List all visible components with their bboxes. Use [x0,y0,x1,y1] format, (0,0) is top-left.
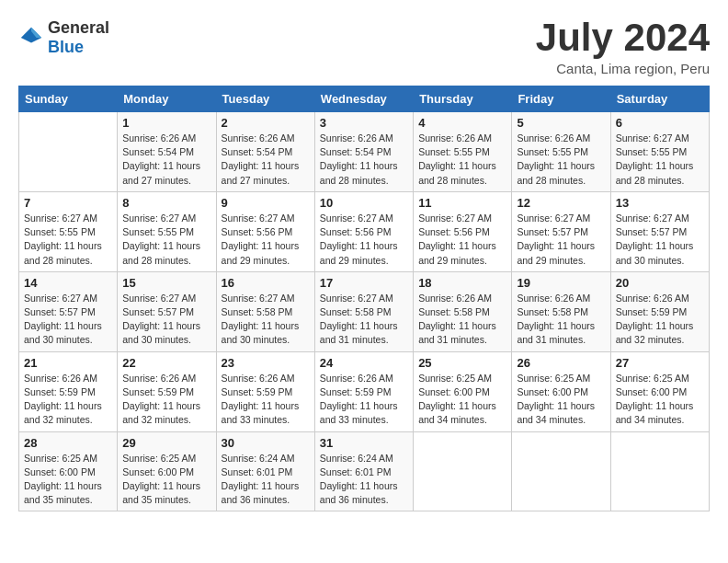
calendar-cell [19,112,118,192]
weekday-header: Tuesday [216,86,314,112]
day-info: Sunrise: 6:26 AMSunset: 5:54 PMDaylight:… [122,132,210,188]
day-number: 11 [418,196,506,210]
calendar-cell: 5Sunrise: 6:26 AMSunset: 5:55 PMDaylight… [512,112,610,192]
day-number: 23 [222,356,310,370]
day-number: 20 [616,276,704,290]
calendar-cell: 24Sunrise: 6:26 AMSunset: 5:59 PMDayligh… [314,351,413,431]
day-number: 10 [320,196,408,210]
logo-text: General Blue [48,18,109,57]
weekday-header: Friday [512,86,610,112]
calendar-cell: 27Sunrise: 6:25 AMSunset: 6:00 PMDayligh… [610,351,709,431]
day-number: 22 [122,356,210,370]
calendar-cell: 25Sunrise: 6:25 AMSunset: 6:00 PMDayligh… [414,351,512,431]
location: Canta, Lima region, Peru [536,61,710,76]
day-info: Sunrise: 6:27 AMSunset: 5:56 PMDaylight:… [222,212,310,268]
day-number: 3 [320,116,408,130]
calendar-week-row: 1Sunrise: 6:26 AMSunset: 5:54 PMDaylight… [19,112,710,192]
day-info: Sunrise: 6:26 AMSunset: 5:58 PMDaylight:… [517,292,605,348]
day-info: Sunrise: 6:27 AMSunset: 5:58 PMDaylight:… [320,292,408,348]
weekday-header: Thursday [414,86,512,112]
calendar-cell: 10Sunrise: 6:27 AMSunset: 5:56 PMDayligh… [314,191,413,271]
calendar-cell: 8Sunrise: 6:27 AMSunset: 5:55 PMDaylight… [118,191,216,271]
day-number: 6 [616,116,704,130]
day-info: Sunrise: 6:27 AMSunset: 5:56 PMDaylight:… [320,212,408,268]
logo-icon [18,25,44,51]
day-info: Sunrise: 6:25 AMSunset: 6:00 PMDaylight:… [24,452,112,508]
day-number: 14 [24,276,112,290]
day-info: Sunrise: 6:27 AMSunset: 5:57 PMDaylight:… [517,212,605,268]
calendar-cell: 19Sunrise: 6:26 AMSunset: 5:58 PMDayligh… [512,271,610,351]
day-info: Sunrise: 6:26 AMSunset: 5:59 PMDaylight:… [122,372,210,428]
logo-general: General [48,18,109,37]
day-info: Sunrise: 6:27 AMSunset: 5:56 PMDaylight:… [418,212,506,268]
weekday-header-row: SundayMondayTuesdayWednesdayThursdayFrid… [19,86,710,112]
calendar-cell: 20Sunrise: 6:26 AMSunset: 5:59 PMDayligh… [610,271,709,351]
calendar-week-row: 21Sunrise: 6:26 AMSunset: 5:59 PMDayligh… [19,351,710,431]
calendar-cell: 1Sunrise: 6:26 AMSunset: 5:54 PMDaylight… [118,112,216,192]
day-number: 2 [222,116,310,130]
title-section: July 2024 Canta, Lima region, Peru [536,18,710,76]
calendar-cell: 14Sunrise: 6:27 AMSunset: 5:57 PMDayligh… [19,271,118,351]
calendar-table: SundayMondayTuesdayWednesdayThursdayFrid… [18,86,710,511]
day-number: 26 [517,356,605,370]
day-info: Sunrise: 6:25 AMSunset: 6:00 PMDaylight:… [616,372,704,428]
calendar-cell: 31Sunrise: 6:24 AMSunset: 6:01 PMDayligh… [314,431,413,511]
calendar-cell: 28Sunrise: 6:25 AMSunset: 6:00 PMDayligh… [19,431,118,511]
calendar-cell: 4Sunrise: 6:26 AMSunset: 5:55 PMDaylight… [414,112,512,192]
day-info: Sunrise: 6:25 AMSunset: 6:00 PMDaylight:… [517,372,605,428]
calendar-cell: 16Sunrise: 6:27 AMSunset: 5:58 PMDayligh… [216,271,314,351]
day-info: Sunrise: 6:26 AMSunset: 5:55 PMDaylight:… [418,132,506,188]
day-number: 31 [320,436,408,450]
calendar-cell: 13Sunrise: 6:27 AMSunset: 5:57 PMDayligh… [610,191,709,271]
calendar-cell: 11Sunrise: 6:27 AMSunset: 5:56 PMDayligh… [414,191,512,271]
month-title: July 2024 [536,18,710,57]
calendar-cell: 9Sunrise: 6:27 AMSunset: 5:56 PMDaylight… [216,191,314,271]
day-info: Sunrise: 6:27 AMSunset: 5:55 PMDaylight:… [24,212,112,268]
calendar-week-row: 14Sunrise: 6:27 AMSunset: 5:57 PMDayligh… [19,271,710,351]
day-number: 16 [222,276,310,290]
day-number: 12 [517,196,605,210]
calendar-cell: 23Sunrise: 6:26 AMSunset: 5:59 PMDayligh… [216,351,314,431]
day-number: 13 [616,196,704,210]
day-info: Sunrise: 6:27 AMSunset: 5:57 PMDaylight:… [24,292,112,348]
calendar-cell: 22Sunrise: 6:26 AMSunset: 5:59 PMDayligh… [118,351,216,431]
day-info: Sunrise: 6:24 AMSunset: 6:01 PMDaylight:… [320,452,408,508]
day-number: 17 [320,276,408,290]
day-info: Sunrise: 6:26 AMSunset: 5:54 PMDaylight:… [320,132,408,188]
day-info: Sunrise: 6:26 AMSunset: 5:59 PMDaylight:… [222,372,310,428]
calendar-cell: 18Sunrise: 6:26 AMSunset: 5:58 PMDayligh… [414,271,512,351]
day-number: 25 [418,356,506,370]
day-number: 5 [517,116,605,130]
logo: General Blue [18,18,109,57]
day-number: 24 [320,356,408,370]
day-number: 19 [517,276,605,290]
day-info: Sunrise: 6:24 AMSunset: 6:01 PMDaylight:… [222,452,310,508]
calendar-cell: 29Sunrise: 6:25 AMSunset: 6:00 PMDayligh… [118,431,216,511]
calendar-cell: 6Sunrise: 6:27 AMSunset: 5:55 PMDaylight… [610,112,709,192]
day-info: Sunrise: 6:26 AMSunset: 5:59 PMDaylight:… [320,372,408,428]
day-info: Sunrise: 6:26 AMSunset: 5:59 PMDaylight:… [616,292,704,348]
weekday-header: Saturday [610,86,709,112]
calendar-cell [512,431,610,511]
day-number: 29 [122,436,210,450]
weekday-header: Monday [118,86,216,112]
calendar-cell: 12Sunrise: 6:27 AMSunset: 5:57 PMDayligh… [512,191,610,271]
day-number: 4 [418,116,506,130]
calendar-cell: 17Sunrise: 6:27 AMSunset: 5:58 PMDayligh… [314,271,413,351]
day-info: Sunrise: 6:27 AMSunset: 5:57 PMDaylight:… [616,212,704,268]
day-number: 27 [616,356,704,370]
calendar-week-row: 28Sunrise: 6:25 AMSunset: 6:00 PMDayligh… [19,431,710,511]
calendar-cell: 2Sunrise: 6:26 AMSunset: 5:54 PMDaylight… [216,112,314,192]
day-info: Sunrise: 6:25 AMSunset: 6:00 PMDaylight:… [122,452,210,508]
day-number: 21 [24,356,112,370]
page-header: General Blue July 2024 Canta, Lima regio… [18,18,710,76]
day-info: Sunrise: 6:27 AMSunset: 5:55 PMDaylight:… [616,132,704,188]
day-number: 8 [122,196,210,210]
day-number: 18 [418,276,506,290]
calendar-cell: 30Sunrise: 6:24 AMSunset: 6:01 PMDayligh… [216,431,314,511]
day-number: 15 [122,276,210,290]
day-info: Sunrise: 6:26 AMSunset: 5:59 PMDaylight:… [24,372,112,428]
calendar-cell: 26Sunrise: 6:25 AMSunset: 6:00 PMDayligh… [512,351,610,431]
day-info: Sunrise: 6:27 AMSunset: 5:58 PMDaylight:… [222,292,310,348]
calendar-cell: 21Sunrise: 6:26 AMSunset: 5:59 PMDayligh… [19,351,118,431]
